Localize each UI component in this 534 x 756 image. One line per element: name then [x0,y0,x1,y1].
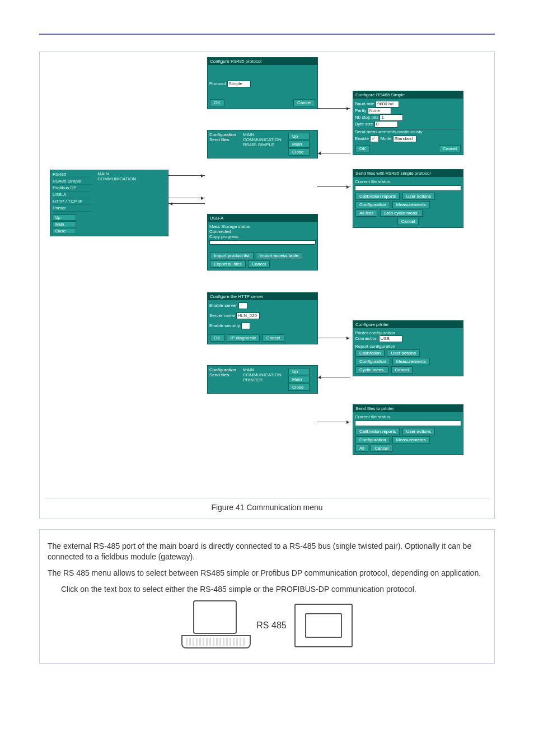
figure-caption: Figure 41 Communication menu [45,498,489,513]
figure-41: RS485 RS485 Simple Profibus DP USB-A HTT… [39,52,495,519]
dialog-http: Configure the HTTP server Enable server … [208,293,317,344]
desc-p3: Click on the text box to select either t… [61,584,486,595]
nav-panel-1: Configuration Send files MAIN COMMUNICAT… [208,130,317,158]
nav-close: Close [53,228,76,234]
sidebar-item-profibus: Profibus DP [53,185,92,192]
sidebar-item-rs485: RS485 [53,171,92,178]
sidebar-item-http: HTTP / TCP-IP [53,198,92,205]
device-icon [294,604,353,647]
desc-p2: The RS 485 menu allows to select between… [48,568,486,578]
protocol-select: Simple [227,81,251,87]
laptop-icon [181,600,249,651]
sidebar-item-usba: USB-A [53,192,92,198]
dialog-usba: USB-A Mass Storage status Connected Copy… [208,214,317,270]
cancel-button: Cancel [293,99,315,106]
dialog-sendfiles-simple: Send files with RS485 simple protocol Cu… [353,170,463,227]
sidebar-path: MAIN COMMUNICATION [95,170,139,183]
sidebar-nav: Up Main Close [50,213,78,236]
figure-diagram: RS485 RS485 Simple Profibus DP USB-A HTT… [45,58,489,494]
dialog-rs485-simple: Configure RS485 Simple Baud rate 9600 bd… [353,91,463,155]
description-panel: The external RS-485 port of the main boa… [39,529,495,664]
dialog-title: Configure RS485 protocol [208,58,317,65]
dialog-sendfiles-printer: Send files to printer Current file statu… [353,405,463,454]
ok-button: OK [210,99,224,106]
rs485-label: RS 485 [256,620,286,631]
nav-up: Up [53,214,76,221]
sidebar-items: RS485 RS485 Simple Profibus DP USB-A HTT… [50,170,94,213]
sidebar-item-printer: Printer [53,205,92,212]
dialog-printer: Configure printer Printer configuration … [353,321,463,376]
desc-p1: The external RS-485 port of the main boa… [48,541,486,562]
nav-panel-2: Configuration Send files MAIN COMMUNICAT… [208,366,317,393]
sidebar-menu: RS485 RS485 Simple Profibus DP USB-A HTT… [50,170,168,236]
nav-main: Main [53,221,76,227]
rs485-illustration: RS 485 [48,600,486,653]
dialog-rs485-protocol: Configure RS485 protocol Protocol Simple… [208,58,317,109]
sidebar-item-rs485simple: RS485 Simple [53,178,92,185]
dialog-title: Configure RS485 Simple [353,91,463,99]
